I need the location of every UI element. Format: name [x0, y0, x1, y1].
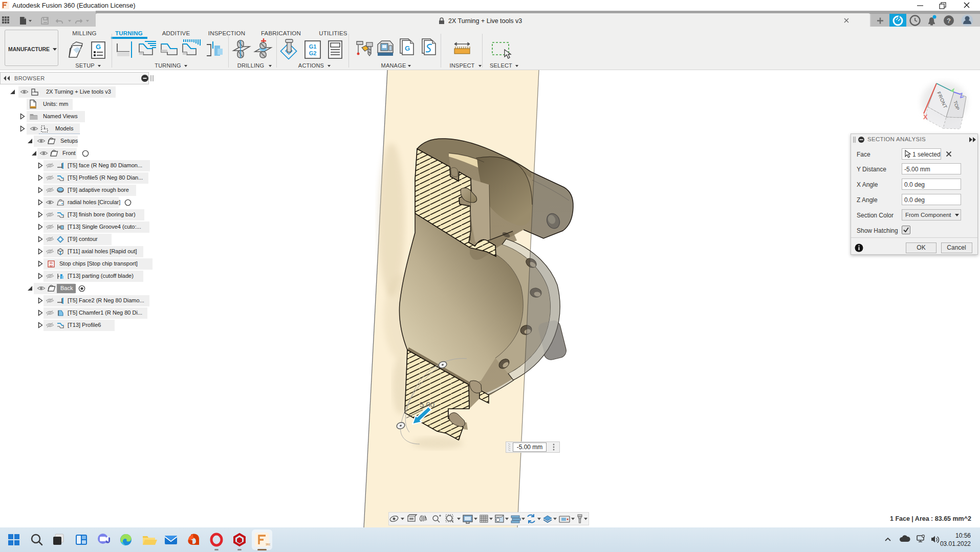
svg-text:360: 360	[266, 543, 270, 546]
svg-text:X: X	[923, 113, 928, 121]
svg-text:62: 62	[50, 264, 53, 268]
